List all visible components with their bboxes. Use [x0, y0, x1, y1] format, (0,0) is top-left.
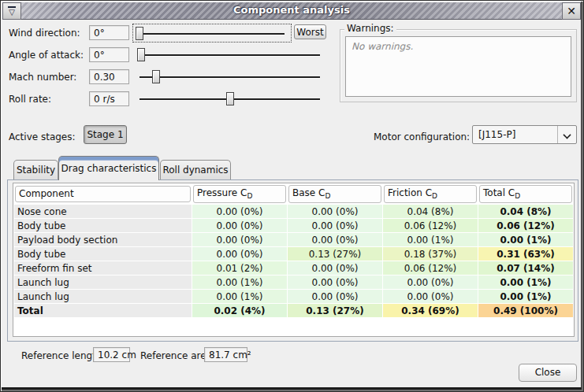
- warnings-list: No warnings.: [345, 36, 571, 97]
- motor-configuration-select[interactable]: [J115-P]: [472, 125, 577, 144]
- value-cell: 0.00 (0%): [288, 219, 382, 232]
- column-header-pressure-c[interactable]: Pressure CD: [192, 184, 287, 204]
- value-cell: 0.00 (0%): [192, 205, 287, 218]
- table-row: Launch lug0.00 (1%)0.00 (0%)0.00 (0%)0.0…: [14, 276, 573, 289]
- value-cell: 0.00 (0%): [192, 219, 287, 232]
- component-cell: Total: [14, 304, 192, 317]
- mach-number-slider[interactable]: [133, 68, 326, 87]
- column-header-base-c[interactable]: Base CD: [288, 184, 382, 204]
- table-header-row: ComponentPressure CDBase CDFriction CDTo…: [14, 184, 573, 204]
- table-row: Total0.02 (4%)0.13 (27%)0.34 (69%)0.49 (…: [14, 304, 573, 317]
- value-cell: 0.00 (0%): [192, 247, 287, 261]
- tab-stability[interactable]: Stability: [13, 160, 58, 180]
- value-cell: 0.06 (12%): [383, 261, 478, 275]
- window-close-icon[interactable]: ✕: [562, 2, 581, 20]
- component-cell: Nose cone: [14, 205, 192, 218]
- drag-table-pane: ComponentPressure CDBase CDFriction CDTo…: [13, 183, 575, 337]
- roll-rate-slider-handle[interactable]: [226, 92, 234, 105]
- value-cell: 0.00 (0%): [288, 276, 382, 289]
- drag-table: ComponentPressure CDBase CDFriction CDTo…: [13, 183, 574, 318]
- combo-arrow-box: [557, 126, 576, 143]
- worst-button[interactable]: Worst: [294, 24, 326, 39]
- value-cell: 0.00 (0%): [383, 276, 478, 289]
- table-body: Nose cone0.00 (0%)0.00 (0%)0.04 (8%)0.04…: [14, 205, 573, 317]
- title-bar: ▽ Component analysis ✕: [2, 2, 581, 20]
- table-row: Launch lug0.00 (1%)0.00 (0%)0.00 (0%)0.0…: [14, 290, 573, 303]
- angle-of-attack-slider[interactable]: [133, 46, 326, 65]
- reference-area-value: 81.7 cm²: [204, 347, 247, 362]
- value-cell: 0.00 (0%): [383, 290, 478, 303]
- value-cell: 0.49 (100%): [478, 304, 573, 317]
- roll-rate-slider[interactable]: [133, 90, 326, 109]
- wind-direction-label: Wind direction:: [9, 28, 80, 39]
- table-row: Nose cone0.00 (0%)0.00 (0%)0.04 (8%)0.04…: [14, 205, 573, 218]
- drag-characteristics-panel: ComponentPressure CDBase CDFriction CDTo…: [7, 179, 578, 342]
- value-cell: 0.00 (1%): [383, 233, 478, 246]
- component-cell: Launch lug: [14, 276, 192, 289]
- table-row: Payload body section0.00 (0%)0.00 (0%)0.…: [14, 233, 573, 246]
- mach-number-label: Mach number:: [9, 72, 76, 83]
- component-cell: Payload body section: [14, 233, 192, 246]
- value-cell: 0.00 (1%): [478, 276, 573, 289]
- angle-of-attack-label: Angle of attack:: [9, 50, 84, 61]
- value-cell: 0.00 (1%): [478, 290, 573, 303]
- value-cell: 0.06 (12%): [383, 219, 478, 232]
- table-row: Freeform fin set0.01 (2%)0.00 (0%)0.06 (…: [14, 261, 573, 275]
- value-cell: 0.06 (12%): [478, 219, 573, 232]
- value-cell: 0.04 (8%): [383, 205, 478, 218]
- stage-1-toggle-button[interactable]: Stage 1: [84, 125, 127, 144]
- window-title: Component analysis: [2, 4, 581, 16]
- value-cell: 0.18 (37%): [383, 247, 478, 261]
- column-header-friction-c[interactable]: Friction CD: [383, 184, 478, 204]
- value-cell: 0.00 (1%): [192, 290, 287, 303]
- roll-rate-label: Roll rate:: [9, 94, 51, 105]
- value-cell: 0.07 (14%): [478, 261, 573, 275]
- wind-direction-slider-handle[interactable]: [136, 27, 143, 40]
- value-cell: 0.04 (8%): [478, 205, 573, 218]
- warnings-group: Warnings: No warnings.: [340, 29, 577, 102]
- motor-configuration-label: Motor configuration:: [374, 131, 470, 142]
- value-cell: 0.02 (4%): [192, 304, 287, 317]
- value-cell: 0.00 (0%): [288, 233, 382, 246]
- column-header-total-c[interactable]: Total CD: [478, 184, 573, 204]
- value-cell: 0.00 (0%): [288, 290, 382, 303]
- table-row: Body tube0.00 (0%)0.00 (0%)0.06 (12%)0.0…: [14, 219, 573, 232]
- component-cell: Freeform fin set: [14, 261, 192, 275]
- column-header-component[interactable]: Component: [14, 184, 192, 204]
- table-row: Body tube0.00 (0%)0.13 (27%)0.18 (37%)0.…: [14, 247, 573, 261]
- value-cell: 0.13 (27%): [288, 304, 382, 317]
- mach-number-slider-handle[interactable]: [152, 70, 160, 83]
- warnings-title: Warnings:: [344, 23, 396, 34]
- value-cell: 0.00 (0%): [288, 261, 382, 275]
- value-cell: 0.00 (1%): [192, 276, 287, 289]
- value-cell: 0.00 (1%): [478, 233, 573, 246]
- wind-direction-slider[interactable]: [132, 24, 292, 43]
- value-cell: 0.31 (63%): [478, 247, 573, 261]
- component-cell: Body tube: [14, 247, 192, 261]
- value-cell: 0.00 (0%): [192, 233, 287, 246]
- value-cell: 0.34 (69%): [383, 304, 478, 317]
- component-cell: Body tube: [14, 219, 192, 232]
- tab-drag-characteristics[interactable]: Drag characteristics: [58, 156, 159, 180]
- slider-track: [139, 33, 285, 35]
- angle-of-attack-slider-handle[interactable]: [137, 48, 145, 61]
- mach-number-input[interactable]: 0.30: [89, 69, 129, 84]
- value-cell: 0.13 (27%): [288, 247, 382, 261]
- angle-of-attack-input[interactable]: 0°: [89, 47, 129, 62]
- value-cell: 0.00 (0%): [288, 205, 382, 218]
- wind-direction-input[interactable]: 0°: [89, 25, 129, 40]
- slider-track: [139, 54, 320, 56]
- slider-track: [139, 76, 320, 78]
- chevron-down-icon: [564, 131, 571, 136]
- value-cell: 0.01 (2%): [192, 261, 287, 275]
- component-cell: Launch lug: [14, 290, 192, 303]
- roll-rate-input[interactable]: 0 r/s: [89, 91, 129, 106]
- active-stages-label: Active stages:: [9, 131, 76, 142]
- close-button[interactable]: Close: [519, 364, 577, 382]
- component-analysis-dialog: ▽ Component analysis ✕ Wind direction: 0…: [0, 0, 584, 392]
- tab-roll-dynamics[interactable]: Roll dynamics: [160, 160, 231, 180]
- reference-length-value: 10.2 cm: [93, 347, 130, 362]
- motor-configuration-value: [J115-P]: [478, 129, 515, 140]
